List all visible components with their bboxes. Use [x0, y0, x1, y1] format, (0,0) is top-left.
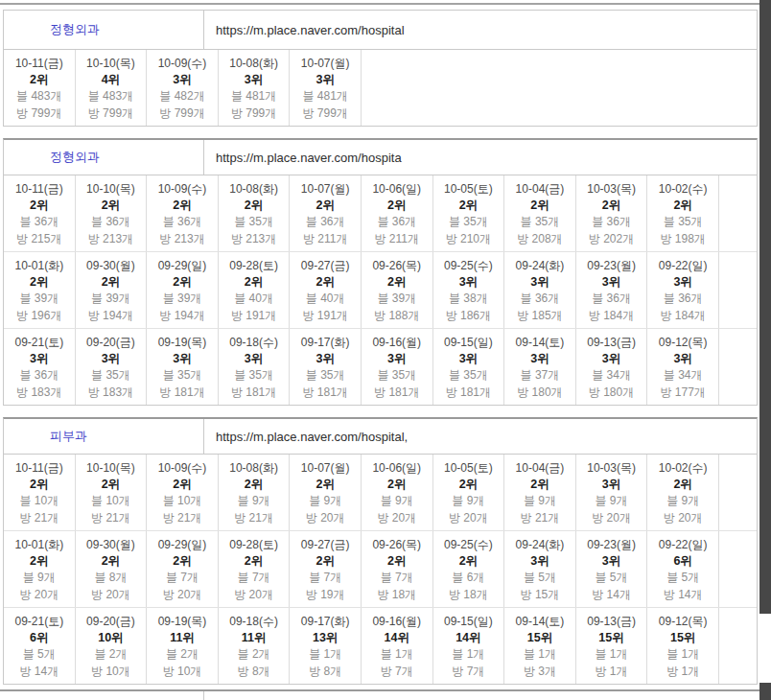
cell-rank: 3위: [504, 351, 575, 367]
rank-row: 09-21(토)3위블 36개방 183개09-20(금)3위블 35개방 18…: [4, 328, 757, 405]
cell-visit-count: 방 210개: [433, 231, 504, 248]
rank-cell: 10-03(목)2위블 36개방 202개: [576, 175, 648, 251]
rank-cell: 09-18(수)3위블 35개방 181개: [219, 329, 291, 405]
cell-visit-count: 방 799개: [147, 105, 218, 123]
rank-row: 09-21(토)6위블 5개방 14개09-20(금)10위블 2개방 10개0…: [4, 607, 757, 684]
cell-rank: 15위: [647, 630, 718, 646]
cell-visit-count: 방 188개: [362, 308, 432, 325]
cell-blog-count: 블 35개: [219, 214, 290, 231]
window-top-border: [0, 3, 759, 5]
cell-visit-count: 방 21개: [504, 510, 575, 527]
rank-cell: 09-23(월)3위블 5개방 14개: [576, 531, 648, 607]
cell-date: 09-30(월): [76, 537, 147, 553]
cell-visit-count: 방 215개: [4, 231, 75, 248]
category-link[interactable]: 정형외과: [4, 140, 204, 175]
rank-cell: 09-21(토)6위블 5개방 14개: [4, 608, 76, 684]
rank-cell: 09-29(일)2위블 39개방 194개: [147, 252, 219, 328]
cell-visit-count: 방 213개: [76, 231, 147, 248]
category-link[interactable]: 정형외과: [4, 11, 204, 49]
cell-date: 09-29(일): [147, 258, 218, 274]
window-right-edge: [759, 0, 771, 614]
cell-blog-count: 블 35개: [647, 214, 718, 231]
cell-blog-count: 블 39개: [362, 291, 432, 308]
rank-cell: 10-06(일)2위블 9개방 20개: [362, 455, 433, 530]
cell-rank: 2위: [4, 274, 75, 291]
rank-row: 10-11(금)2위블 483개방 799개10-10(목)4위블 483개방 …: [4, 50, 757, 126]
rank-cell: 09-13(금)3위블 34개방 180개: [576, 329, 648, 405]
rank-cell: 09-27(금)2위블 7개방 19개: [290, 531, 362, 607]
cell-rank: 2위: [433, 198, 504, 214]
cell-visit-count: 방 194개: [147, 308, 218, 325]
cell-blog-count: 블 9개: [219, 493, 290, 510]
cell-rank: 4위: [76, 72, 147, 88]
cell-visit-count: 방 799개: [219, 105, 290, 123]
cell-rank: 2위: [76, 477, 147, 493]
cell-rank: 2위: [362, 553, 432, 570]
cell-date: 09-28(토): [219, 258, 290, 274]
rank-cell: 10-04(금)2위블 35개방 208개: [504, 175, 576, 251]
cell-blog-count: 블 36개: [576, 291, 647, 308]
cell-visit-count: 방 14개: [647, 587, 718, 604]
cell-blog-count: 블 1개: [362, 646, 432, 664]
cell-visit-count: 방 18개: [362, 587, 432, 604]
cell-blog-count: 블 10개: [4, 493, 75, 510]
cell-rank: 14위: [433, 630, 504, 646]
cell-rank: 2위: [504, 477, 575, 493]
rank-cell: 09-25(수)2위블 6개방 18개: [433, 531, 505, 607]
cell-rank: 11위: [219, 630, 290, 646]
cell-blog-count: 블 483개: [76, 88, 147, 105]
cell-visit-count: 방 21개: [76, 510, 147, 527]
report-section: 정형외과https://m.place.naver.com/hospita10-…: [3, 138, 758, 406]
cell-blog-count: 블 36개: [576, 214, 647, 231]
cell-rank: 2위: [576, 198, 647, 214]
cell-date: 10-08(화): [219, 460, 290, 477]
cell-date: 09-24(화): [504, 258, 575, 274]
rank-cell: 10-01(화)2위블 39개방 196개: [4, 252, 76, 328]
cell-date: 10-01(화): [4, 258, 75, 274]
cell-rank: 3위: [647, 274, 718, 291]
cell-date: 09-26(목): [362, 258, 432, 274]
rank-cell: 10-10(목)2위블 10개방 21개: [76, 455, 148, 530]
cell-date: 09-17(화): [290, 614, 361, 630]
cell-rank: 10위: [76, 630, 147, 646]
cell-rank: 2위: [290, 274, 361, 291]
cell-blog-count: 블 9개: [647, 493, 718, 510]
cell-date: 09-24(화): [504, 537, 575, 553]
cell-date: 10-10(목): [76, 181, 147, 198]
cell-visit-count: 방 181개: [290, 385, 361, 402]
rank-cell: 09-16(월)14위블 1개방 7개: [362, 608, 433, 684]
tracked-url: https://m.place.naver.com/hospita: [204, 140, 757, 175]
category-link[interactable]: 피부과: [4, 419, 204, 454]
cell-rank: 11위: [147, 630, 218, 646]
rank-report: 정형외과https://m.place.naver.com/hospital10…: [3, 10, 758, 696]
cell-visit-count: 방 211개: [290, 231, 361, 248]
cell-visit-count: 방 191개: [290, 308, 361, 325]
cell-rank: 3위: [4, 351, 75, 367]
cell-rank: 3위: [576, 351, 647, 367]
cell-visit-count: 방 14개: [576, 587, 647, 604]
cell-visit-count: 방 184개: [576, 308, 647, 325]
rank-cell: 09-14(토)15위블 1개방 3개: [504, 608, 576, 684]
cell-blog-count: 블 7개: [290, 570, 361, 587]
cell-date: 10-02(수): [647, 181, 718, 198]
cell-rank: 2위: [219, 198, 290, 214]
rank-cell: 09-24(화)3위블 36개방 185개: [504, 252, 576, 328]
cell-visit-count: 방 3개: [504, 664, 575, 681]
rank-cell: 09-25(수)3위블 38개방 186개: [433, 252, 505, 328]
cell-blog-count: 블 6개: [433, 570, 504, 587]
cell-blog-count: 블 1개: [290, 646, 361, 664]
rank-cell: 10-08(화)2위블 9개방 21개: [219, 455, 291, 530]
cell-rank: 2위: [362, 274, 432, 291]
cell-date: 10-11(금): [4, 460, 75, 477]
cell-rank: 2위: [290, 198, 361, 214]
rank-cell: 09-15(일)3위블 35개방 181개: [433, 329, 505, 405]
cell-blog-count: 블 9개: [504, 493, 575, 510]
rank-cell: 10-05(토)2위블 35개방 210개: [433, 175, 505, 251]
cell-blog-count: 블 38개: [433, 291, 504, 308]
rank-cell: 09-30(월)2위블 39개방 194개: [76, 252, 148, 328]
cell-date: 10-10(목): [76, 460, 147, 477]
cell-blog-count: 블 483개: [4, 88, 75, 105]
cell-blog-count: 블 9개: [4, 570, 75, 587]
cell-blog-count: 블 1개: [433, 646, 504, 664]
cell-rank: 2위: [147, 198, 218, 214]
